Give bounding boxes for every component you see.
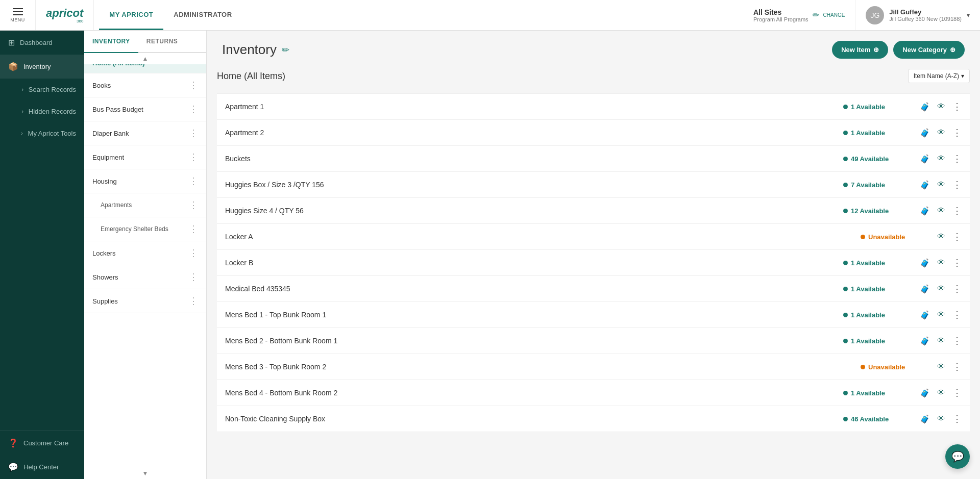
item-actions: 🧳 👁 ⋮ [920, 101, 962, 112]
more-options-icon[interactable]: ⋮ [952, 127, 962, 138]
table-row: Locker B 1 Available 🧳 👁 ⋮ [217, 250, 970, 276]
user-menu[interactable]: JG Jill Guffey Jill Guffey 360 New (1091… [855, 0, 980, 30]
category-menu-icon[interactable]: ⋮ [189, 247, 198, 259]
inventory-icon: 📦 [8, 62, 18, 71]
scroll-up-button[interactable]: ▲ [84, 53, 206, 64]
help-center-icon: 💬 [8, 462, 18, 472]
tab-administrator[interactable]: ADMINISTRATOR [163, 0, 242, 30]
item-name: Huggies Box / Size 3 /QTY 156 [225, 181, 838, 189]
avatar: JG [866, 6, 884, 24]
sidebar-item-help-center[interactable]: 💬 Help Center [0, 455, 84, 479]
item-actions: 🧳 👁 ⋮ [920, 205, 962, 216]
status-dot [843, 313, 848, 317]
category-menu-icon[interactable]: ⋮ [189, 295, 198, 307]
view-icon[interactable]: 👁 [937, 180, 945, 189]
view-icon[interactable]: 👁 [937, 310, 945, 319]
tab-inventory[interactable]: INVENTORY [84, 31, 138, 53]
view-icon[interactable]: 👁 [937, 232, 945, 241]
edit-program-icon[interactable]: ✏ [813, 10, 819, 20]
view-icon[interactable]: 👁 [937, 336, 945, 345]
category-menu-icon[interactable]: ⋮ [189, 104, 198, 115]
more-options-icon[interactable]: ⋮ [952, 361, 962, 372]
item-status: 7 Available [843, 181, 915, 189]
view-icon[interactable]: 👁 [937, 206, 945, 215]
more-options-icon[interactable]: ⋮ [952, 101, 962, 112]
category-supplies[interactable]: Supplies ⋮ [84, 289, 206, 313]
checkout-icon[interactable]: 🧳 [920, 284, 930, 294]
sidebar-item-my-apricot-tools[interactable]: › My Apricot Tools [0, 122, 84, 144]
view-icon[interactable]: 👁 [937, 362, 945, 371]
sidebar-item-customer-care[interactable]: ❓ Customer Care [0, 431, 84, 455]
menu-button[interactable]: MENU [0, 0, 36, 30]
category-menu-icon[interactable]: ⋮ [189, 80, 198, 91]
item-name: Locker B [225, 259, 838, 267]
checkout-icon[interactable]: 🧳 [920, 180, 930, 190]
category-lockers[interactable]: Lockers ⋮ [84, 241, 206, 265]
plus-icon: ⊕ [950, 46, 955, 54]
table-row: Buckets 49 Available 🧳 👁 ⋮ [217, 146, 970, 172]
sidebar-item-inventory[interactable]: 📦 Inventory [0, 55, 84, 79]
category-menu-icon[interactable]: ⋮ [189, 271, 198, 283]
status-dot [861, 365, 865, 369]
item-actions: 🧳 👁 ⋮ [920, 335, 962, 346]
category-menu-icon[interactable]: ⋮ [189, 128, 198, 139]
checkout-icon[interactable]: 🧳 [920, 128, 930, 138]
view-icon[interactable]: 👁 [937, 284, 945, 293]
checkout-icon[interactable]: 🧳 [920, 336, 930, 346]
tab-my-apricot[interactable]: MY APRICOT [99, 0, 163, 30]
category-books[interactable]: Books ⋮ [84, 73, 206, 97]
checkout-icon[interactable]: 🧳 [920, 310, 930, 320]
checkout-icon[interactable]: 🧳 [920, 414, 930, 424]
sidebar-item-hidden-records[interactable]: › Hidden Records [0, 100, 84, 122]
view-icon[interactable]: 👁 [937, 102, 945, 111]
category-equipment[interactable]: Equipment ⋮ [84, 145, 206, 169]
more-options-icon[interactable]: ⋮ [952, 387, 962, 398]
checkout-icon[interactable]: 🧳 [920, 258, 930, 268]
item-name: Huggies Size 4 / QTY 56 [225, 207, 838, 215]
view-icon[interactable]: 👁 [937, 154, 945, 163]
more-options-icon[interactable]: ⋮ [952, 231, 962, 242]
category-menu-icon[interactable]: ⋮ [189, 152, 198, 163]
more-options-icon[interactable]: ⋮ [952, 153, 962, 164]
more-options-icon[interactable]: ⋮ [952, 335, 962, 346]
view-icon[interactable]: 👁 [937, 128, 945, 137]
tab-returns[interactable]: RETURNS [138, 31, 186, 52]
sidebar-item-search-records[interactable]: › Search Records [0, 79, 84, 100]
sort-dropdown[interactable]: Item Name (A-Z) ▾ [908, 69, 970, 83]
category-housing[interactable]: Housing ⋮ [84, 169, 206, 193]
scroll-down-button[interactable]: ▼ [84, 468, 206, 479]
table-row: Mens Bed 4 - Bottom Bunk Room 2 1 Availa… [217, 380, 970, 406]
item-actions: 🧳 👁 ⋮ [920, 413, 962, 424]
category-menu-icon[interactable]: ⋮ [189, 199, 198, 211]
more-options-icon[interactable]: ⋮ [952, 179, 962, 190]
new-item-button[interactable]: New Item ⊕ [832, 41, 888, 59]
category-bus-pass-budget[interactable]: Bus Pass Budget ⋮ [84, 97, 206, 121]
category-menu-icon[interactable]: ⋮ [189, 223, 198, 235]
category-menu-icon[interactable]: ⋮ [189, 175, 198, 187]
category-apartments[interactable]: Apartments ⋮ [84, 193, 206, 217]
more-options-icon[interactable]: ⋮ [952, 309, 962, 320]
more-options-icon[interactable]: ⋮ [952, 257, 962, 268]
new-category-button[interactable]: New Category ⊕ [893, 41, 965, 59]
category-diaper-bank[interactable]: Diaper Bank ⋮ [84, 121, 206, 145]
more-options-icon[interactable]: ⋮ [952, 283, 962, 294]
checkout-icon[interactable]: 🧳 [920, 388, 930, 398]
checkout-icon[interactable]: 🧳 [920, 154, 930, 164]
view-icon[interactable]: 👁 [937, 258, 945, 267]
view-icon[interactable]: 👁 [937, 414, 945, 423]
change-program-button[interactable]: CHANGE [823, 12, 845, 18]
status-dot [843, 105, 848, 109]
header-actions: New Item ⊕ New Category ⊕ [832, 41, 965, 59]
checkout-icon[interactable]: 🧳 [920, 206, 930, 216]
sidebar-item-dashboard[interactable]: ⊞ Dashboard [0, 31, 84, 55]
customer-care-icon: ❓ [8, 438, 18, 448]
more-options-icon[interactable]: ⋮ [952, 205, 962, 216]
more-options-icon[interactable]: ⋮ [952, 413, 962, 424]
checkout-icon[interactable]: 🧳 [920, 102, 930, 112]
category-emergency-shelter-beds[interactable]: Emergency Shelter Beds ⋮ [84, 217, 206, 241]
chat-bubble[interactable]: 💬 [945, 444, 970, 469]
status-dot [843, 261, 848, 265]
view-icon[interactable]: 👁 [937, 388, 945, 397]
category-showers[interactable]: Showers ⋮ [84, 265, 206, 289]
edit-title-icon[interactable]: ✏ [282, 44, 289, 56]
